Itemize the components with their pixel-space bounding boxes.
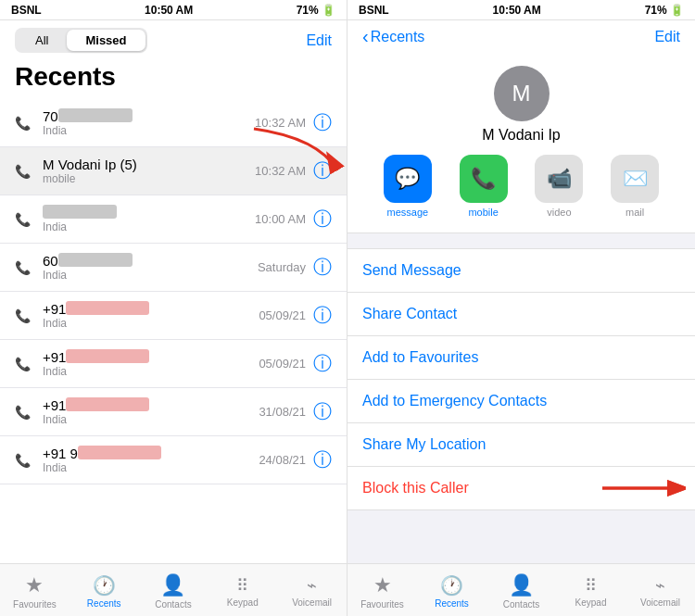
call-time: 10:00 AM xyxy=(255,212,306,226)
tab-favourites-right[interactable]: ★ Favourites xyxy=(355,573,411,610)
call-time: 10:32 AM xyxy=(255,164,306,178)
recents-label: Recents xyxy=(87,598,121,609)
voicemail-label: Voicemail xyxy=(292,597,332,608)
share-contact-item[interactable]: Share Contact xyxy=(348,293,695,336)
battery-left: 71% 🔋 xyxy=(297,4,335,17)
call-details: 70 India xyxy=(43,108,255,137)
call-name: +91 xyxy=(43,349,259,365)
back-label: Recents xyxy=(371,29,425,45)
tab-recents-left[interactable]: 🕐 Recents xyxy=(76,574,132,609)
call-time: 05/09/21 xyxy=(259,308,306,322)
tab-contacts-right[interactable]: 👤 Contacts xyxy=(494,573,550,610)
call-type: India xyxy=(43,124,255,137)
contacts-label: Contacts xyxy=(155,599,191,610)
favourites-label-right: Favourites xyxy=(360,599,404,610)
call-item[interactable]: 📞 +91 India 05/09/21 ⓘ xyxy=(0,292,347,340)
call-details: +91 India xyxy=(43,301,259,330)
carrier-right: BSNL xyxy=(359,4,389,17)
call-name: 60 xyxy=(43,253,258,269)
mobile-label: mobile xyxy=(468,207,498,218)
info-icon[interactable]: ⓘ xyxy=(313,399,332,424)
red-arrow-block-annotation xyxy=(593,470,686,507)
call-item[interactable]: 📞 India 10:00 AM ⓘ xyxy=(0,195,347,244)
info-icon[interactable]: ⓘ xyxy=(313,351,332,376)
action-message[interactable]: 💬 message xyxy=(375,155,440,218)
back-chevron-icon: ‹ xyxy=(362,26,369,47)
recents-label-right: Recents xyxy=(435,598,469,609)
add-emergency-item[interactable]: Add to Emergency Contacts xyxy=(348,380,695,423)
right-edit-button[interactable]: Edit xyxy=(654,29,680,45)
call-details: +91 9 India xyxy=(43,446,259,474)
segment-all[interactable]: All xyxy=(17,30,67,51)
contacts-icon-right: 👤 xyxy=(509,573,534,597)
contacts-icon: 👤 xyxy=(160,573,185,597)
tab-contacts-left[interactable]: 👤 Contacts xyxy=(145,573,201,610)
call-details: India xyxy=(43,205,255,233)
info-icon[interactable]: ⓘ xyxy=(313,110,332,135)
send-message-item[interactable]: Send Message xyxy=(348,249,695,293)
action-video[interactable]: 📹 video xyxy=(526,155,591,218)
call-details: +91 India xyxy=(43,397,259,426)
action-mobile[interactable]: 📞 mobile xyxy=(451,155,516,218)
voicemail-label-right: Voicemail xyxy=(640,597,680,608)
call-time: 05/09/21 xyxy=(259,357,306,371)
call-item[interactable]: 📞 70 India 10:32 AM ⓘ xyxy=(0,99,347,147)
call-time: 10:32 AM xyxy=(255,116,306,130)
call-name: +91 xyxy=(43,397,259,413)
call-type: India xyxy=(43,269,258,282)
call-item-vodani[interactable]: 📞 M Vodani Ip (5) mobile 10:32 AM ⓘ xyxy=(0,147,347,195)
left-edit-button[interactable]: Edit xyxy=(306,32,332,49)
tab-voicemail-left[interactable]: ⌁ Voicemail xyxy=(284,575,340,608)
call-details: 60 India xyxy=(43,253,258,282)
avatar: M xyxy=(494,66,550,121)
call-item[interactable]: 📞 +91 9 India 24/08/21 ⓘ xyxy=(0,436,347,484)
call-details: +91 India xyxy=(43,349,259,378)
bottom-tab-bars: ★ Favourites 🕐 Recents 👤 Contacts ⠿ Keyp… xyxy=(0,563,695,616)
call-item[interactable]: 📞 60 India Saturday ⓘ xyxy=(0,244,347,292)
call-item[interactable]: 📞 +91 India 31/08/21 ⓘ xyxy=(0,388,347,436)
share-location-item[interactable]: Share My Location xyxy=(348,423,695,467)
favourites-icon-right: ★ xyxy=(373,573,392,597)
keypad-label-right: Keypad xyxy=(575,597,607,608)
message-icon-circle: 💬 xyxy=(384,155,432,203)
contact-menu: Send Message Share Contact Add to Favour… xyxy=(348,248,695,510)
time-right: 10:50 AM xyxy=(493,4,541,17)
tab-favourites-left[interactable]: ★ Favourites xyxy=(6,573,62,610)
add-favourites-item[interactable]: Add to Favourites xyxy=(348,336,695,380)
call-time: Saturday xyxy=(258,260,306,274)
call-name: M Vodani Ip (5) xyxy=(43,157,255,172)
call-type: India xyxy=(43,461,259,474)
tab-keypad-left[interactable]: ⠿ Keypad xyxy=(215,575,271,608)
tab-keypad-right[interactable]: ⠿ Keypad xyxy=(563,575,619,608)
info-icon-vodani[interactable]: ⓘ xyxy=(313,158,332,183)
tab-recents-right[interactable]: 🕐 Recents xyxy=(424,574,480,609)
back-button[interactable]: ‹ Recents xyxy=(362,26,424,47)
video-icon-circle: 📹 xyxy=(535,155,583,203)
call-list: 📞 70 India 10:32 AM ⓘ 📞 M Vodani Ip (5) … xyxy=(0,99,347,563)
info-icon[interactable]: ⓘ xyxy=(313,447,332,472)
info-icon[interactable]: ⓘ xyxy=(313,303,332,328)
block-caller-item[interactable]: Block this Caller xyxy=(348,467,695,509)
keypad-label: Keypad xyxy=(227,597,259,608)
keypad-icon: ⠿ xyxy=(236,575,248,596)
action-mail[interactable]: ✉️ mail xyxy=(602,155,667,218)
call-item[interactable]: 📞 +91 India 05/09/21 ⓘ xyxy=(0,340,347,388)
call-type: India xyxy=(43,220,255,233)
contact-detail-panel: ‹ Recents Edit M M Vodani Ip 💬 message 📞… xyxy=(348,20,695,563)
favourites-label: Favourites xyxy=(13,599,57,610)
left-tab-bar: ★ Favourites 🕐 Recents 👤 Contacts ⠿ Keyp… xyxy=(0,564,348,616)
time-left: 10:50 AM xyxy=(145,4,193,17)
tab-voicemail-right[interactable]: ⌁ Voicemail xyxy=(633,575,689,608)
message-label: message xyxy=(387,207,429,218)
segment-missed[interactable]: Missed xyxy=(67,30,145,51)
video-label: video xyxy=(547,207,571,218)
call-type: mobile xyxy=(43,172,255,185)
info-icon[interactable]: ⓘ xyxy=(313,255,332,280)
call-name: +91 xyxy=(43,301,259,317)
favourites-icon: ★ xyxy=(25,573,44,597)
call-name: 70 xyxy=(43,108,255,124)
contacts-label-right: Contacts xyxy=(503,599,539,610)
recents-panel: All Missed Edit Recents 📞 70 India 10:32… xyxy=(0,20,348,563)
info-icon[interactable]: ⓘ xyxy=(313,207,332,232)
call-direction-icon: 📞 xyxy=(15,116,33,131)
